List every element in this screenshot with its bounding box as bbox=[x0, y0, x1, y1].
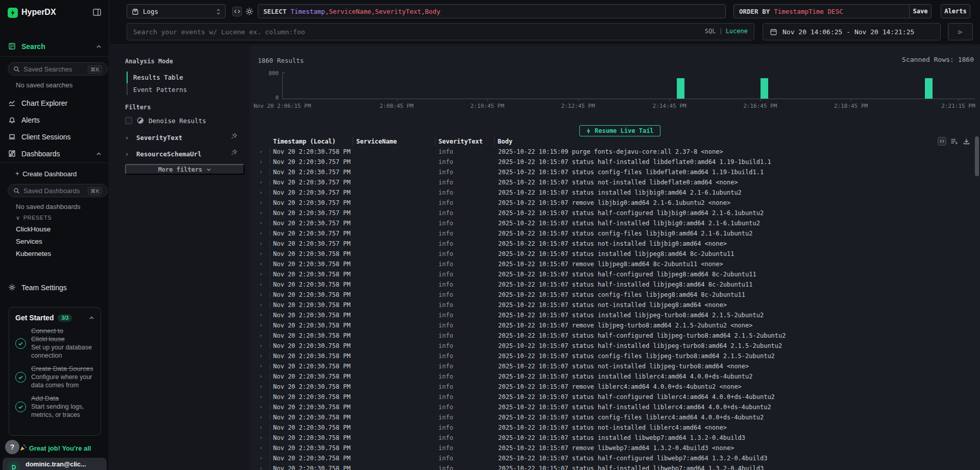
table-row[interactable]: ›Nov 20 2:20:30.757 PMinfo2025-10-22 10:… bbox=[251, 167, 965, 177]
table-row[interactable]: ›Nov 20 2:20:30.758 PMinfo2025-10-22 10:… bbox=[251, 361, 965, 371]
table-row[interactable]: ›Nov 20 2:20:30.757 PMinfo2025-10-22 10:… bbox=[251, 187, 965, 198]
row-expand-chevron[interactable]: › bbox=[251, 373, 270, 380]
row-expand-chevron[interactable]: › bbox=[251, 312, 270, 319]
histogram-bar[interactable] bbox=[761, 78, 768, 99]
sidebar-item-search[interactable]: Search bbox=[0, 41, 109, 54]
lucene-toggle[interactable]: Lucene bbox=[726, 28, 748, 35]
preset-services[interactable]: Services bbox=[16, 238, 42, 245]
row-expand-chevron[interactable]: › bbox=[251, 209, 270, 217]
save-button[interactable]: Save bbox=[909, 4, 932, 18]
sidebar-collapse-icon[interactable] bbox=[92, 8, 102, 17]
table-row[interactable]: ›Nov 20 2:20:30.758 PMinfo2025-10-22 10:… bbox=[251, 290, 965, 300]
table-row[interactable]: ›Nov 20 2:20:30.758 PMinfo2025-10-22 10:… bbox=[251, 422, 965, 433]
saved-searches-input[interactable] bbox=[23, 63, 85, 75]
row-expand-chevron[interactable]: › bbox=[251, 291, 270, 298]
table-row[interactable]: ›Nov 20 2:20:30.758 PMinfo2025-10-22 10:… bbox=[251, 392, 965, 402]
pin-icon[interactable] bbox=[231, 133, 237, 139]
table-row[interactable]: ›Nov 20 2:20:30.757 PMinfo2025-10-22 10:… bbox=[251, 208, 965, 218]
table-row[interactable]: ›Nov 20 2:20:30.758 PMinfo2025-10-22 10:… bbox=[251, 320, 965, 331]
row-expand-chevron[interactable]: › bbox=[251, 404, 270, 411]
query-settings-gear-icon[interactable] bbox=[244, 7, 254, 16]
source-select[interactable]: Logs bbox=[127, 4, 226, 18]
chevron-up-icon[interactable] bbox=[89, 315, 94, 321]
sidebar-item-dashboards[interactable]: Dashboards bbox=[0, 148, 109, 161]
col-timestamp[interactable]: Timestamp (Local) bbox=[270, 137, 353, 146]
user-menu[interactable]: D dominic.tran@clic... dominic.tran@clic… bbox=[3, 458, 107, 470]
help-button[interactable]: ? bbox=[5, 440, 19, 454]
table-row[interactable]: ›Nov 20 2:20:30.757 PMinfo2025-10-22 10:… bbox=[251, 218, 965, 228]
row-expand-chevron[interactable]: › bbox=[251, 393, 270, 401]
table-row[interactable]: ›Nov 20 2:20:30.758 PMinfo2025-10-22 10:… bbox=[251, 371, 965, 382]
row-expand-chevron[interactable]: › bbox=[251, 444, 270, 452]
filter-group-resourceschemaurl[interactable]: › ResourceSchemaUrl bbox=[125, 149, 237, 158]
preset-kubernetes[interactable]: Kubernetes bbox=[16, 250, 51, 257]
date-range-picker[interactable]: Nov 20 14:06:25 - Nov 20 14:21:25 bbox=[763, 23, 941, 40]
row-expand-chevron[interactable]: › bbox=[251, 271, 270, 278]
sidebar-item-alerts[interactable]: Alerts bbox=[0, 114, 109, 128]
col-body[interactable]: Body bbox=[494, 137, 965, 146]
table-row[interactable]: ›Nov 20 2:20:30.757 PMinfo2025-10-22 10:… bbox=[251, 157, 965, 167]
alerts-button[interactable]: Alerts bbox=[941, 4, 970, 18]
row-expand-chevron[interactable]: › bbox=[251, 322, 270, 329]
table-row[interactable]: ›Nov 20 2:20:30.757 PMinfo2025-10-22 10:… bbox=[251, 198, 965, 208]
table-row[interactable]: ›Nov 20 2:20:30.758 PMinfo2025-10-22 10:… bbox=[251, 249, 965, 259]
filter-group-severitytext[interactable]: › SeverityText bbox=[125, 132, 237, 142]
table-row[interactable]: ›Nov 20 2:20:30.758 PMinfo2025-10-22 10:… bbox=[251, 453, 965, 463]
saved-dashboards-input[interactable] bbox=[23, 185, 85, 196]
row-expand-chevron[interactable]: › bbox=[251, 414, 270, 421]
table-row[interactable]: ›Nov 20 2:20:30.757 PMinfo2025-10-22 10:… bbox=[251, 228, 965, 239]
row-expand-chevron[interactable]: › bbox=[251, 179, 270, 186]
row-expand-chevron[interactable]: › bbox=[251, 158, 270, 166]
table-row[interactable]: ›Nov 20 2:20:30.758 PMinfo2025-10-22 10:… bbox=[251, 433, 965, 443]
row-expand-chevron[interactable]: › bbox=[251, 169, 270, 176]
row-expand-chevron[interactable]: › bbox=[251, 250, 270, 257]
table-scrollbar[interactable] bbox=[975, 136, 979, 176]
mode-results-table[interactable]: Results Table bbox=[133, 74, 183, 81]
row-expand-chevron[interactable]: › bbox=[251, 353, 270, 360]
chart-plot[interactable] bbox=[282, 73, 975, 99]
table-row[interactable]: ›Nov 20 2:20:30.758 PMinfo2025-10-22 10:… bbox=[251, 402, 965, 412]
row-expand-chevron[interactable]: › bbox=[251, 342, 270, 349]
table-row[interactable]: ›Nov 20 2:20:30.758 PMinfo2025-10-22 10:… bbox=[251, 147, 965, 157]
table-row[interactable]: ›Nov 20 2:20:30.758 PMinfo2025-10-22 10:… bbox=[251, 341, 965, 351]
table-row[interactable]: ›Nov 20 2:20:30.757 PMinfo2025-10-22 10:… bbox=[251, 239, 965, 249]
row-expand-chevron[interactable]: › bbox=[251, 281, 270, 288]
get-started-item-add-data[interactable]: Add DataStart sending logs, metrics, or … bbox=[15, 394, 94, 419]
row-expand-chevron[interactable]: › bbox=[251, 363, 270, 370]
create-dashboard-button[interactable]: + Create Dashboard bbox=[0, 169, 109, 182]
table-row[interactable]: ›Nov 20 2:20:30.758 PMinfo2025-10-22 10:… bbox=[251, 300, 965, 310]
table-row[interactable]: ›Nov 20 2:20:30.758 PMinfo2025-10-22 10:… bbox=[251, 412, 965, 422]
table-row[interactable]: ›Nov 20 2:20:30.758 PMinfo2025-10-22 10:… bbox=[251, 259, 965, 269]
pin-icon[interactable] bbox=[231, 149, 237, 156]
table-row[interactable]: ›Nov 20 2:20:30.758 PMinfo2025-10-22 10:… bbox=[251, 310, 965, 320]
sql-toggle[interactable]: SQL bbox=[705, 28, 716, 35]
row-expand-chevron[interactable]: › bbox=[251, 199, 270, 206]
sidebar-item-chart-explorer[interactable]: Chart Explorer bbox=[0, 98, 109, 111]
mode-event-patterns[interactable]: Event Patterns bbox=[133, 86, 187, 93]
preset-clickhouse[interactable]: ClickHouse bbox=[16, 225, 51, 233]
get-started-item-connect[interactable]: Connect to ClickHouseSet up your databas… bbox=[15, 327, 94, 360]
histogram-bar[interactable] bbox=[677, 78, 684, 99]
run-query-button[interactable]: ▷ bbox=[948, 23, 973, 40]
row-expand-chevron[interactable]: › bbox=[251, 332, 270, 339]
saved-searches-search[interactable]: ⌘K bbox=[8, 62, 108, 76]
col-severitytext[interactable]: SeverityText bbox=[435, 137, 494, 146]
table-row[interactable]: ›Nov 20 2:20:30.757 PMinfo2025-10-22 10:… bbox=[251, 177, 965, 187]
resume-live-tail-button[interactable]: Resume Live Tail bbox=[579, 125, 660, 136]
row-expand-chevron[interactable]: › bbox=[251, 148, 270, 155]
presets-header[interactable]: ∨PRESETS bbox=[16, 215, 52, 221]
select-clause-input[interactable]: SELECT Timestamp,ServiceName,SeverityTex… bbox=[258, 4, 726, 18]
table-row[interactable]: ›Nov 20 2:20:30.758 PMinfo2025-10-22 10:… bbox=[251, 351, 965, 361]
more-filters-button[interactable]: More filters bbox=[125, 164, 244, 175]
col-servicename[interactable]: ServiceName bbox=[353, 137, 435, 146]
denoise-checkbox[interactable] bbox=[125, 117, 132, 124]
orderby-clause-input[interactable]: ORDER BY TimestampTime DESC bbox=[733, 4, 911, 18]
table-row[interactable]: ›Nov 20 2:20:30.758 PMinfo2025-10-22 10:… bbox=[251, 279, 965, 290]
row-expand-chevron[interactable]: › bbox=[251, 301, 270, 309]
table-row[interactable]: ›Nov 20 2:20:30.758 PMinfo2025-10-22 10:… bbox=[251, 269, 965, 279]
row-expand-chevron[interactable]: › bbox=[251, 455, 270, 462]
sidebar-item-client-sessions[interactable]: Client Sessions bbox=[0, 131, 109, 145]
row-expand-chevron[interactable]: › bbox=[251, 230, 270, 237]
row-expand-chevron[interactable]: › bbox=[251, 465, 270, 470]
sidebar-item-team-settings[interactable]: Team Settings bbox=[0, 282, 109, 295]
